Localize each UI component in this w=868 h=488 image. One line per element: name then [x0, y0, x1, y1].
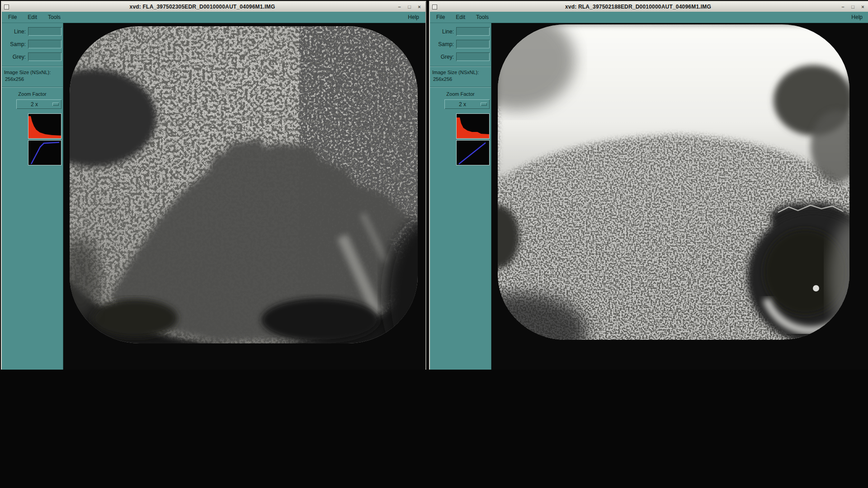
- titlebar[interactable]: xvd: RLA_397502188EDR_D0010000AUT_04096M…: [430, 2, 868, 12]
- stretch-lut-display: [28, 140, 61, 165]
- panel-divider: [2, 66, 63, 67]
- menu-edit[interactable]: Edit: [456, 14, 465, 20]
- control-panel: Line: Samp: Grey: Image Size (NSxNL): 25…: [2, 23, 63, 370]
- histogram-display: [28, 113, 61, 139]
- zoom-factor-dropdown[interactable]: 2 x: [16, 99, 61, 109]
- histogram-display: [456, 113, 490, 139]
- rear-hazcam-image[interactable]: [494, 24, 856, 347]
- line-input[interactable]: [456, 27, 490, 36]
- window-menu-icon[interactable]: [432, 5, 437, 9]
- menu-help[interactable]: Help: [851, 14, 863, 20]
- line-label: Line:: [14, 28, 26, 35]
- image-size-value: 256x256: [5, 76, 63, 82]
- zoom-factor-value: 2 x: [444, 101, 481, 108]
- close-button[interactable]: ×: [415, 4, 423, 10]
- zoom-factor-label: Zoom Factor: [430, 91, 491, 97]
- front-hazcam-image[interactable]: [67, 25, 425, 349]
- viewer-window-rear-hazcam: xvd: RLA_397502188EDR_D0010000AUT_04096M…: [429, 1, 868, 370]
- samp-input[interactable]: [28, 40, 61, 48]
- control-panel: Line: Samp: Grey: Image Size (NSxNL): 25…: [430, 23, 491, 370]
- menu-tools[interactable]: Tools: [476, 14, 489, 20]
- menubar: File Edit Tools Help: [2, 12, 425, 23]
- grey-input[interactable]: [28, 52, 61, 61]
- menu-help[interactable]: Help: [408, 14, 419, 20]
- grey-label: Grey:: [13, 54, 26, 60]
- option-menu-icon: [481, 103, 487, 106]
- close-button[interactable]: ×: [859, 4, 867, 10]
- image-size-value: 256x256: [433, 76, 491, 82]
- minimize-button[interactable]: –: [839, 4, 847, 10]
- viewer-window-front-hazcam: xvd: FLA_397502305EDR_D0010000AUT_04096M…: [1, 1, 426, 370]
- menu-tools[interactable]: Tools: [48, 14, 61, 20]
- image-size-label: Image Size (NSxNL):: [4, 70, 62, 75]
- window-title: xvd: FLA_397502305EDR_D0010000AUT_04096M…: [11, 4, 393, 10]
- zoom-factor-value: 2 x: [16, 101, 52, 108]
- window-menu-icon[interactable]: [4, 5, 9, 9]
- menu-file[interactable]: File: [8, 14, 17, 20]
- samp-label: Samp:: [10, 41, 26, 47]
- image-size-label: Image Size (NSxNL):: [432, 70, 490, 75]
- menu-edit[interactable]: Edit: [28, 14, 37, 20]
- panel-divider: [430, 87, 491, 88]
- panel-divider: [430, 66, 491, 67]
- zoom-factor-label: Zoom Factor: [2, 91, 63, 97]
- grey-label: Grey:: [441, 54, 454, 60]
- line-label: Line:: [442, 28, 454, 35]
- image-display-area[interactable]: [63, 23, 425, 370]
- minimize-button[interactable]: –: [396, 4, 403, 10]
- maximize-button[interactable]: □: [406, 4, 413, 10]
- line-input[interactable]: [28, 27, 61, 36]
- samp-input[interactable]: [456, 40, 490, 48]
- menu-file[interactable]: File: [436, 14, 445, 20]
- option-menu-icon: [52, 103, 59, 106]
- stretch-lut-display: [456, 140, 490, 165]
- panel-divider: [2, 87, 63, 88]
- menubar: File Edit Tools Help: [430, 12, 868, 23]
- zoom-factor-dropdown[interactable]: 2 x: [444, 99, 490, 109]
- samp-label: Samp:: [438, 41, 454, 47]
- image-display-area[interactable]: [491, 23, 868, 370]
- window-title: xvd: RLA_397502188EDR_D0010000AUT_04096M…: [439, 4, 837, 10]
- titlebar[interactable]: xvd: FLA_397502305EDR_D0010000AUT_04096M…: [2, 2, 425, 12]
- grey-input[interactable]: [456, 52, 490, 61]
- maximize-button[interactable]: □: [849, 4, 857, 10]
